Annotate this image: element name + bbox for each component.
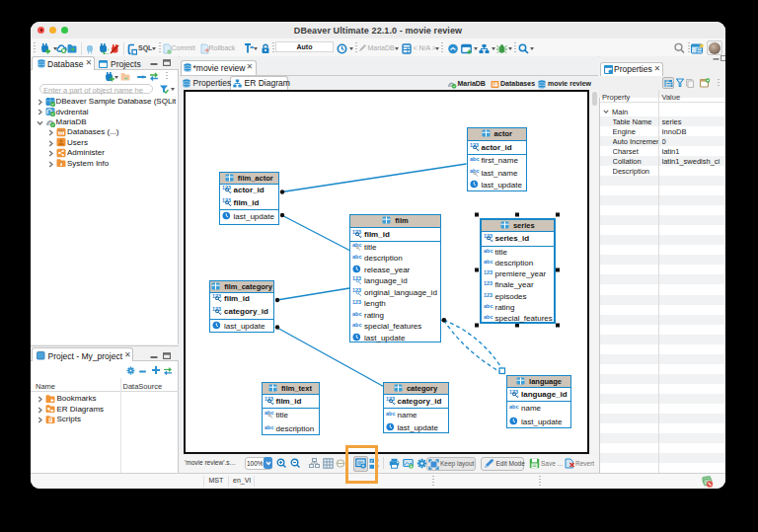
svg-text:abc: abc (484, 259, 493, 265)
svg-text:abc: abc (386, 411, 396, 417)
svg-text:123: 123 (484, 281, 493, 287)
svg-text:123: 123 (212, 293, 221, 299)
svg-text:123: 123 (509, 389, 518, 395)
svg-text:abc: abc (352, 254, 362, 260)
svg-text:abc: abc (470, 168, 480, 174)
svg-text:123: 123 (470, 142, 479, 148)
svg-text:123: 123 (386, 396, 395, 402)
svg-text:abc: abc (352, 322, 362, 328)
svg-text:abc: abc (352, 311, 362, 317)
svg-text:123: 123 (212, 306, 221, 312)
svg-text:123: 123 (352, 299, 361, 305)
svg-text:123: 123 (352, 229, 361, 235)
svg-text:abc: abc (484, 303, 493, 309)
svg-text:abc: abc (484, 315, 493, 321)
svg-text:abc: abc (352, 242, 362, 248)
svg-text:123: 123 (222, 185, 231, 190)
svg-text:123: 123 (265, 396, 273, 402)
svg-text:abc: abc (484, 248, 493, 254)
svg-text:123: 123 (484, 292, 493, 298)
svg-text:123: 123 (222, 197, 231, 203)
svg-text:123: 123 (484, 233, 493, 239)
svg-text:abc: abc (265, 410, 274, 416)
svg-text:abc: abc (509, 404, 519, 410)
svg-text:abc: abc (265, 424, 274, 430)
svg-text:abc: abc (470, 156, 480, 162)
svg-text:123: 123 (484, 269, 493, 275)
